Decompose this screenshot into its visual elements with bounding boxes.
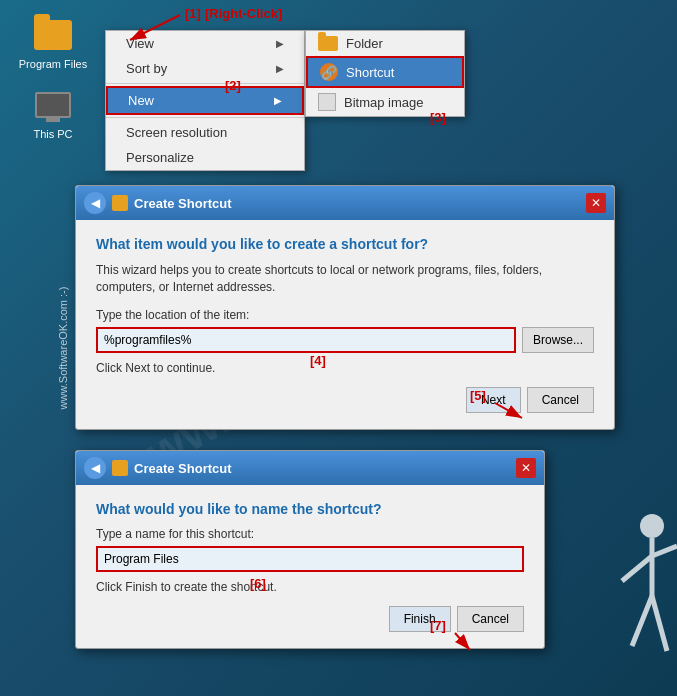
desktop-icon-program-files[interactable]: Program Files bbox=[18, 15, 88, 70]
dialog1-icon bbox=[112, 195, 128, 211]
submenu-item-bitmap[interactable]: Bitmap image bbox=[306, 88, 464, 116]
context-menu-item-sort-by[interactable]: Sort by ▶ bbox=[106, 56, 304, 81]
bitmap-icon bbox=[318, 93, 336, 111]
dialog2-question: What would you like to name the shortcut… bbox=[96, 501, 524, 517]
dialog1-content: What item would you like to create a sho… bbox=[76, 220, 614, 429]
dialog2-name-input[interactable] bbox=[96, 546, 524, 572]
dialog2-cancel-button[interactable]: Cancel bbox=[457, 606, 524, 632]
dialog-create-shortcut-1: ◀ Create Shortcut ✕ What item would you … bbox=[75, 185, 615, 430]
dialog2-buttons: Finish Cancel bbox=[96, 606, 524, 632]
dialog2-title: Create Shortcut bbox=[134, 461, 232, 476]
context-menu-item-new[interactable]: New ▶ bbox=[106, 86, 304, 115]
svg-text:[Right-Click]: [Right-Click] bbox=[205, 6, 282, 21]
context-menu-label-view: View bbox=[126, 36, 154, 51]
dialog1-input-label: Type the location of the item: bbox=[96, 308, 594, 322]
dialog-create-shortcut-2: ◀ Create Shortcut ✕ What would you like … bbox=[75, 450, 545, 649]
dialog2-content: What would you like to name the shortcut… bbox=[76, 485, 544, 648]
dialog2-input-row bbox=[96, 546, 524, 572]
icon-label-program-files: Program Files bbox=[19, 58, 87, 70]
dialog1-title: Create Shortcut bbox=[134, 196, 232, 211]
dialog1-note: Click Next to continue. bbox=[96, 361, 594, 375]
svg-line-16 bbox=[632, 596, 652, 646]
svg-line-15 bbox=[652, 546, 677, 556]
dialog2-back-button[interactable]: ◀ bbox=[84, 457, 106, 479]
svg-line-17 bbox=[652, 596, 667, 651]
context-submenu: Folder 🔗 Shortcut Bitmap image bbox=[305, 30, 465, 117]
desktop: www.SoftwareOK.com www.SoftwareOK.com :-… bbox=[0, 0, 677, 696]
desktop-icon-this-pc[interactable]: This PC bbox=[18, 85, 88, 140]
svg-line-14 bbox=[622, 556, 652, 581]
svg-point-12 bbox=[640, 514, 664, 538]
dialog2-close-button[interactable]: ✕ bbox=[516, 458, 536, 478]
silhouette-figure bbox=[577, 496, 677, 696]
dialog1-question: What item would you like to create a sho… bbox=[96, 236, 594, 252]
context-menu: View ▶ Sort by ▶ New ▶ Screen resolution… bbox=[105, 30, 305, 171]
dialog2-note: Click Finish to create the shortcut. bbox=[96, 580, 524, 594]
submenu-item-shortcut[interactable]: 🔗 Shortcut bbox=[306, 56, 464, 88]
folder-icon bbox=[33, 15, 73, 55]
dialog1-buttons: Next Cancel bbox=[96, 387, 594, 413]
dialog1-close-button[interactable]: ✕ bbox=[586, 193, 606, 213]
submenu-label-bitmap: Bitmap image bbox=[344, 95, 423, 110]
context-menu-item-screen-res[interactable]: Screen resolution bbox=[106, 120, 304, 145]
dialog2-finish-button[interactable]: Finish bbox=[389, 606, 451, 632]
svg-text:[1]: [1] bbox=[185, 6, 201, 21]
context-menu-label-personalize: Personalize bbox=[126, 150, 194, 165]
dialog1-browse-button[interactable]: Browse... bbox=[522, 327, 594, 353]
dialog1-next-button[interactable]: Next bbox=[466, 387, 521, 413]
dialog2-titlebar: ◀ Create Shortcut ✕ bbox=[76, 451, 544, 485]
context-menu-label-screen-res: Screen resolution bbox=[126, 125, 227, 140]
dialog1-titlebar: ◀ Create Shortcut ✕ bbox=[76, 186, 614, 220]
dialog1-title-left: ◀ Create Shortcut bbox=[84, 192, 232, 214]
side-label: www.SoftwareOK.com :-) bbox=[57, 287, 69, 410]
submenu-arrow-view: ▶ bbox=[276, 38, 284, 49]
context-menu-divider2 bbox=[106, 117, 304, 118]
context-menu-label-sort-by: Sort by bbox=[126, 61, 167, 76]
submenu-arrow-sort-by: ▶ bbox=[276, 63, 284, 74]
submenu-label-folder: Folder bbox=[346, 36, 383, 51]
monitor-icon bbox=[33, 85, 73, 125]
dialog1-back-button[interactable]: ◀ bbox=[84, 192, 106, 214]
submenu-arrow-new: ▶ bbox=[274, 95, 282, 106]
dialog2-icon bbox=[112, 460, 128, 476]
dialog1-input-row: Browse... bbox=[96, 327, 594, 353]
dialog1-location-input[interactable] bbox=[96, 327, 516, 353]
context-menu-item-personalize[interactable]: Personalize bbox=[106, 145, 304, 170]
folder-small-icon bbox=[318, 36, 338, 51]
icon-label-this-pc: This PC bbox=[33, 128, 72, 140]
context-menu-item-view[interactable]: View ▶ bbox=[106, 31, 304, 56]
dialog2-input-label: Type a name for this shortcut: bbox=[96, 527, 524, 541]
dialog1-cancel-button[interactable]: Cancel bbox=[527, 387, 594, 413]
shortcut-icon: 🔗 bbox=[320, 63, 338, 81]
dialog2-title-left: ◀ Create Shortcut bbox=[84, 457, 232, 479]
dialog1-description: This wizard helps you to create shortcut… bbox=[96, 262, 594, 296]
context-menu-divider bbox=[106, 83, 304, 84]
submenu-item-folder[interactable]: Folder bbox=[306, 31, 464, 56]
context-menu-label-new: New bbox=[128, 93, 154, 108]
submenu-label-shortcut: Shortcut bbox=[346, 65, 394, 80]
